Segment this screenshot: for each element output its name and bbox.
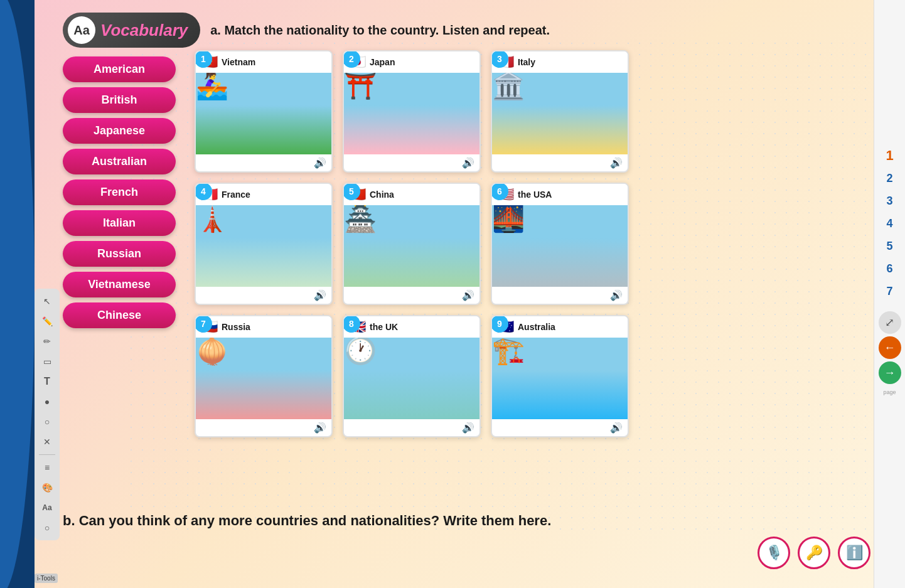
sound-btn-3[interactable]: 🔊 [610,157,623,169]
card-number-4: 4 [195,183,212,200]
page-2[interactable]: 2 [877,167,903,190]
fill-tool[interactable]: ● [38,393,56,410]
card-header-5: 🇨🇳 China [344,184,479,205]
scene-china: 🏯 [344,205,479,287]
card-italy: 3 🇮🇹 Italy 🏛️ 🔊 [491,50,629,173]
card-vietnam: 1 🇻🇳 Vietnam 🚣‍♀️ 🔊 [195,50,333,173]
next-button[interactable]: → [879,361,901,384]
bottom-icons: 🎙️ 🔑 ℹ️ [63,537,870,569]
card-number-6: 6 [491,183,508,200]
card-usa: 6 🇺🇸 the USA 🌉 🔊 [491,183,629,305]
info-icon: ℹ️ [846,545,863,561]
circle2-tool[interactable]: ○ [38,519,56,537]
info-button[interactable]: ℹ️ [838,537,870,569]
page-7[interactable]: 7 [877,280,903,302]
scene-japan: ⛩️ [344,73,479,154]
nat-chinese[interactable]: Chinese [63,302,176,328]
page-5[interactable]: 5 [877,235,903,257]
card-number-3: 3 [491,50,508,68]
card-header-1: 🇻🇳 Vietnam [196,51,331,73]
record-button[interactable]: 🎙️ [758,537,790,569]
scene-usa: 🌉 [492,205,628,287]
card-header-6: 🇺🇸 the USA [492,184,628,205]
close-tool[interactable]: ✕ [38,433,56,451]
page-4[interactable]: 4 [877,212,903,235]
color-tool[interactable]: 🎨 [38,479,56,496]
sound-btn-6[interactable]: 🔊 [610,289,623,301]
circle-tool[interactable]: ○ [38,413,56,430]
sound-btn-4[interactable]: 🔊 [314,289,326,301]
nat-vietnamese[interactable]: Vietnamese [63,272,176,297]
card-header-2: 🇯🇵 Japan [344,51,479,73]
card-china: 5 🇨🇳 China 🏯 🔊 [343,183,481,305]
nat-american[interactable]: American [63,56,176,82]
key-icon: 🔑 [806,545,823,561]
scene-australia: 🏗️ [492,338,628,419]
page-header: Aa Vocabulary a. Match the nationality t… [63,13,870,48]
page-label: page [883,389,896,395]
pen-tool[interactable]: ✏️ [38,313,56,330]
nat-russian[interactable]: Russian [63,241,176,267]
aa-tool[interactable]: Aa [38,499,56,516]
scene-russia: 🧅 [196,338,331,419]
landmark-usa: 🌉 [492,205,628,232]
pencil-tool[interactable]: ✏ [38,333,56,350]
card-header-8: 🇬🇧 the UK [344,316,479,338]
card-number-7: 7 [195,315,212,333]
card-australia: 9 🇦🇺 Australia 🏗️ 🔊 [491,315,629,437]
bottom-question: b. Can you think of any more countries a… [63,513,870,529]
sound-btn-9[interactable]: 🔊 [610,422,623,434]
country-vietnam: Vietnam [222,57,255,67]
key-button[interactable]: 🔑 [798,537,830,569]
page-3[interactable]: 3 [877,190,903,212]
sound-btn-2[interactable]: 🔊 [462,157,474,169]
country-italy: Italy [518,57,535,67]
eraser-tool[interactable]: ▭ [38,353,56,370]
card-number-2: 2 [343,50,360,68]
page-6[interactable]: 6 [877,257,903,280]
landmark-australia: 🏗️ [492,338,628,364]
card-number-8: 8 [343,315,360,333]
scene-vietnam: 🚣‍♀️ [196,73,331,154]
nat-french[interactable]: French [63,179,176,205]
vocab-label: Vocabulary [100,21,188,40]
landmark-italy: 🏛️ [492,73,628,99]
card-france: 4 🇫🇷 France 🗼 🔊 [195,183,333,305]
card-number-1: 1 [195,50,212,68]
sound-btn-8[interactable]: 🔊 [462,422,474,434]
vocabulary-badge: Aa Vocabulary [63,13,200,48]
country-france: France [222,190,250,200]
country-australia: Australia [518,322,555,332]
expand-button[interactable]: ⤢ [879,311,901,334]
instruction-text: a. Match the nationality to the country.… [210,23,550,38]
lines-tool[interactable]: ≡ [38,459,56,476]
nat-australian[interactable]: Australian [63,149,176,174]
card-japan: 2 🇯🇵 Japan ⛩️ 🔊 [343,50,481,173]
card-uk: 8 🇬🇧 the UK 🕐 🔊 [343,315,481,437]
scene-uk: 🕐 [344,338,479,419]
landmark-china: 🏯 [344,205,479,232]
nat-british[interactable]: British [63,87,176,113]
nationality-list: American British Japanese Australian Fre… [63,56,176,328]
landmark-france: 🗼 [196,205,331,232]
card-number-5: 5 [343,183,360,200]
sound-btn-5[interactable]: 🔊 [462,289,474,301]
nat-italian[interactable]: Italian [63,210,176,236]
i-tools-label: i-Tools [35,574,58,583]
sound-btn-7[interactable]: 🔊 [314,422,326,434]
country-usa: the USA [518,190,552,200]
country-china: China [370,190,394,200]
page-1[interactable]: 1 [877,144,903,167]
country-japan: Japan [370,57,395,67]
scene-france: 🗼 [196,205,331,287]
scene-italy: 🏛️ [492,73,628,154]
card-header-3: 🇮🇹 Italy [492,51,628,73]
prev-button[interactable]: ← [879,336,901,359]
country-russia: Russia [222,322,250,332]
text-tool[interactable]: T [38,373,56,390]
nat-japanese[interactable]: Japanese [63,118,176,144]
select-tool[interactable]: ↖ [38,292,56,310]
sound-btn-1[interactable]: 🔊 [314,157,326,169]
landmark-russia: 🧅 [196,338,331,364]
landmark-vietnam: 🚣‍♀️ [196,73,331,99]
